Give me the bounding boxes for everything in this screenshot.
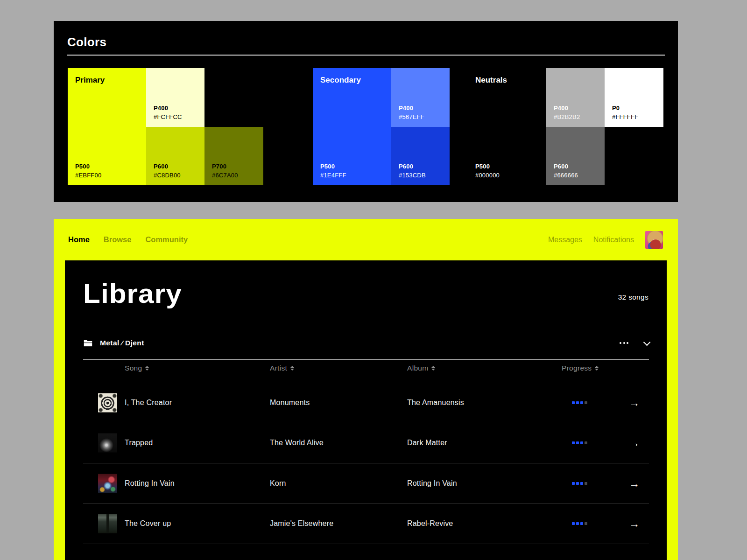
album-name: Dark Matter (407, 439, 447, 447)
progress-indicator (572, 522, 587, 525)
nav-item-browse[interactable]: Browse (104, 235, 132, 244)
playlist-name: Metal ⁄ Djent (100, 339, 144, 347)
swatch-primary-p500: Primary P500 #EBFF00 (68, 68, 146, 185)
album-name: The Amanuensis (407, 399, 464, 407)
artist-name: The World Alive (270, 439, 324, 447)
title-divider (67, 55, 665, 56)
swatch-label: P400 #567EFF (399, 105, 424, 120)
swatch-secondary-p400: P400 #567EFF (391, 68, 450, 127)
column-header-artist[interactable]: Artist (270, 364, 294, 372)
palette-group-neutrals: Neutrals P500 #000000 P400 #B2B2B2 P0 #F… (468, 68, 663, 185)
colors-panel-title: Colors (67, 35, 106, 49)
palette-group-secondary: Secondary P500 #1E4FFF P400 #567EFF P600… (313, 68, 450, 185)
swatch-label: P600 #153CDB (399, 163, 426, 179)
group-title: Secondary (320, 76, 384, 85)
artist-name: Jamie's Elsewhere (270, 519, 333, 528)
swatch-secondary-p500: Secondary P500 #1E4FFF (313, 68, 391, 185)
more-options-icon[interactable] (619, 339, 629, 347)
swatch-label: P700 #6C7A00 (212, 163, 238, 179)
album-art (98, 393, 117, 412)
swatch-neutrals-p500: Neutrals P500 #000000 (468, 68, 546, 185)
playlist-row: Metal ⁄ Djent (83, 336, 648, 350)
column-header-song[interactable]: Song (125, 364, 149, 372)
swatch-label: P600 #666666 (554, 163, 578, 179)
swatch-label: P0 #FFFFFF (612, 105, 638, 120)
progress-indicator (572, 482, 587, 485)
sort-icon (431, 366, 435, 371)
album-name: Rotting In Vain (407, 479, 457, 488)
playlist-actions (619, 339, 648, 347)
swatch-label: P600 #C8DB00 (154, 163, 181, 179)
sort-icon (595, 366, 599, 371)
table-divider (83, 359, 649, 360)
open-song-arrow-icon[interactable]: → (629, 478, 640, 489)
chevron-down-icon[interactable] (643, 338, 651, 346)
open-song-arrow-icon[interactable]: → (629, 518, 640, 529)
song-title: Trapped (125, 439, 153, 447)
song-list: I, The Creator Monuments The Amanuensis … (83, 383, 649, 544)
song-title: The Cover up (125, 519, 171, 528)
library-panel: Library 32 songs Metal ⁄ Djent Song Arti… (65, 260, 667, 560)
sort-icon (145, 366, 149, 371)
sort-icon (290, 366, 294, 371)
swatch-label: P400 #B2B2B2 (554, 105, 580, 120)
album-art (98, 514, 117, 533)
nav-item-home[interactable]: Home (68, 235, 90, 244)
music-app-frame: Home Browse Community Messages Notificat… (54, 219, 678, 560)
swatch-primary-p700: P700 #6C7A00 (204, 127, 263, 185)
album-art (98, 474, 117, 493)
swatch-neutrals-p600: P600 #666666 (546, 127, 605, 185)
song-title: Rotting In Vain (125, 479, 175, 488)
table-row[interactable]: Trapped The World Alive Dark Matter → (83, 423, 649, 464)
swatch-label: P500 #EBFF00 (75, 163, 101, 179)
swatch-neutrals-p0: P0 #FFFFFF (605, 68, 663, 127)
nav-item-messages[interactable]: Messages (548, 236, 582, 244)
progress-indicator (572, 441, 587, 444)
swatch-neutrals-p400: P400 #B2B2B2 (546, 68, 605, 127)
column-header-progress[interactable]: Progress (562, 364, 599, 372)
table-row[interactable]: I, The Creator Monuments The Amanuensis … (83, 383, 649, 423)
column-header-album[interactable]: Album (407, 364, 435, 372)
progress-indicator (572, 401, 587, 404)
avatar[interactable] (645, 231, 663, 249)
swatch-primary-p600: P600 #C8DB00 (146, 127, 204, 185)
swatch-primary-p400: P400 #FCFFCC (146, 68, 204, 127)
nav-right: Messages Notifications (548, 231, 663, 249)
swatch-label: P500 #1E4FFF (320, 163, 346, 179)
open-song-arrow-icon[interactable]: → (629, 438, 640, 448)
table-header: Song Artist Album Progress (83, 364, 649, 375)
swatch-secondary-p600: P600 #153CDB (391, 127, 450, 185)
artist-name: Monuments (270, 399, 310, 407)
folder-icon (83, 338, 93, 348)
nav-item-community[interactable]: Community (145, 235, 188, 244)
colors-spec-panel: Colors Primary P500 #EBFF00 P400 #FCFFCC… (54, 21, 678, 202)
swatch-label: P500 #000000 (475, 163, 500, 179)
song-title: I, The Creator (125, 399, 172, 407)
nav-item-notifications[interactable]: Notifications (593, 236, 634, 244)
album-art (98, 434, 117, 453)
swatch-label: P400 #FCFFCC (154, 105, 182, 120)
open-song-arrow-icon[interactable]: → (629, 397, 640, 408)
swatch-area: Primary P500 #EBFF00 P400 #FCFFCC P600 #… (54, 68, 678, 185)
artist-name: Korn (270, 479, 286, 488)
album-name: Rabel-Revive (407, 519, 453, 528)
song-count: 32 songs (618, 293, 648, 301)
nav-left: Home Browse Community (68, 235, 188, 244)
top-nav: Home Browse Community Messages Notificat… (54, 219, 678, 260)
group-title: Primary (75, 76, 139, 85)
table-row[interactable]: Rotting In Vain Korn Rotting In Vain → (83, 463, 649, 504)
table-row[interactable]: The Cover up Jamie's Elsewhere Rabel-Rev… (83, 504, 649, 545)
palette-group-primary: Primary P500 #EBFF00 P400 #FCFFCC P600 #… (68, 68, 277, 185)
page-title: Library (83, 280, 182, 307)
group-title: Neutrals (475, 76, 539, 85)
